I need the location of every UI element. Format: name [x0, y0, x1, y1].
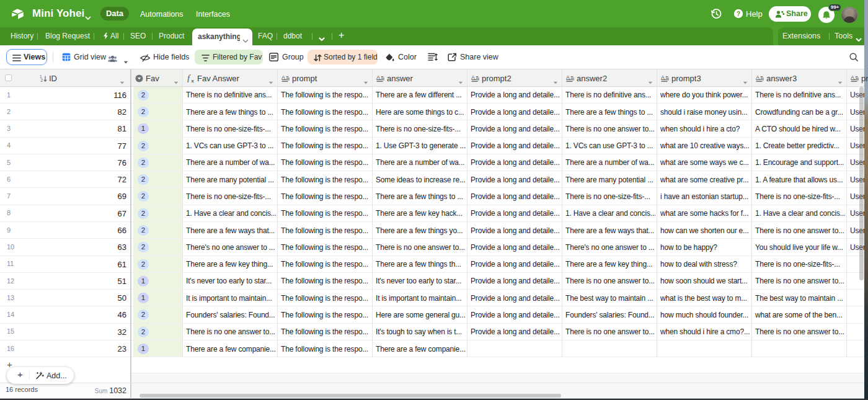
- svg-text:?: ?: [737, 10, 740, 17]
- svg-text:f: f: [187, 74, 191, 82]
- svg-text:2: 2: [41, 78, 43, 82]
- svg-text:x: x: [192, 78, 195, 82]
